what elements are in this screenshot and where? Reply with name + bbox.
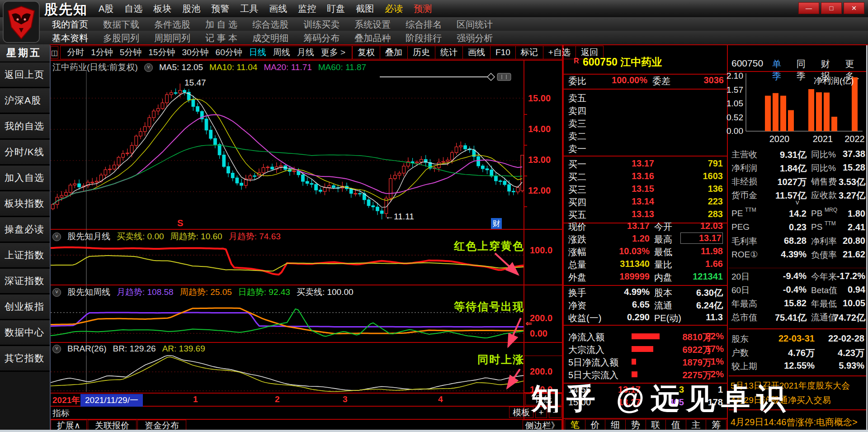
quote-tab-细[interactable]: 细	[605, 419, 626, 431]
period-tab-15分钟[interactable]: 15分钟	[148, 47, 175, 58]
ask-label-3: 卖二	[568, 130, 586, 142]
menu-item-3[interactable]: 股池	[182, 3, 200, 15]
menu-item-6[interactable]: 画线	[269, 3, 287, 15]
period-tab-更多 >[interactable]: 更多 >	[321, 47, 345, 58]
menu2-item-7[interactable]: 综合排名	[406, 19, 442, 31]
indicator-label[interactable]: 指标	[52, 408, 70, 419]
period-tab-1分钟[interactable]: 1分钟	[91, 47, 113, 58]
period-tab-日线[interactable]: 日线	[249, 47, 266, 58]
quote-tab-笔[interactable]: 笔	[565, 419, 585, 431]
maximize-button[interactable]: □	[821, 2, 842, 14]
menu2-item-0[interactable]: 我的首页	[52, 19, 88, 31]
fin-r2-0-sup1: TTM	[745, 207, 756, 213]
ma-label-3: MA60: 11.87	[318, 62, 366, 72]
menu2-item-1[interactable]: 数据下载	[103, 19, 139, 31]
quote-tab-筹[interactable]: 筹	[706, 419, 726, 431]
action-统计[interactable]: 统计	[435, 46, 463, 59]
sidebar-item-2[interactable]: 我的自选	[0, 114, 50, 140]
menu-item-10[interactable]: 必读	[385, 3, 403, 15]
collapse-chevron-icon[interactable]: ˅	[52, 345, 61, 353]
collapse-chevron-icon[interactable]: ˅	[52, 288, 61, 297]
sidebar-item-1[interactable]: 沪深A股	[0, 88, 50, 114]
sidebar-item-10[interactable]: 数据中心	[0, 320, 50, 346]
menu-item-0[interactable]: A股	[99, 3, 113, 15]
sidebar-item-11[interactable]: 其它指数	[0, 346, 50, 372]
annotation-red-cross-yellow: 红色上穿黄色	[425, 239, 524, 253]
sidebar-item-6[interactable]: 操盘必读	[0, 217, 50, 243]
period-tab-5分钟[interactable]: 5分钟	[120, 47, 142, 58]
taskbar-edge	[0, 430, 868, 432]
collapse-chevron-icon[interactable]: ˅	[52, 233, 61, 241]
sidebar-item-4[interactable]: 加入自选	[0, 166, 50, 191]
sidebar-item-8[interactable]: 深证指数	[0, 269, 50, 294]
menu3-item-1[interactable]: 多股同列	[103, 32, 139, 44]
ma-label-1: MA10: 11.04	[209, 62, 257, 72]
sidebar-item-0[interactable]: 返回上页	[0, 62, 50, 88]
finance-news-badge[interactable]: 财	[491, 218, 502, 229]
menu3-item-0[interactable]: 基本资料	[52, 32, 88, 44]
menu-item-9[interactable]: 截图	[356, 3, 374, 15]
action-叠加[interactable]: 叠加	[380, 46, 408, 59]
menu2-item-2[interactable]: 条件选股	[154, 19, 190, 31]
menu3-item-2[interactable]: 周期同列	[154, 32, 190, 44]
action-+自选[interactable]: +自选	[543, 46, 576, 59]
menu3-item-8[interactable]: 强弱分析	[457, 32, 493, 44]
bid-volume-4: 283	[668, 209, 723, 219]
quote-tab-主[interactable]: 主	[686, 419, 707, 431]
sidebar-item-7[interactable]: 上证指数	[0, 243, 50, 269]
bar-ytick-1.05: 1.05	[725, 99, 743, 109]
menu2-item-4[interactable]: 综合选股	[252, 19, 288, 31]
quote-tab-值[interactable]: 值	[666, 419, 686, 431]
menu-item-1[interactable]: 自选	[124, 3, 142, 15]
menu2-item-8[interactable]: 区间统计	[457, 19, 493, 31]
menu3-item-7[interactable]: 阶段排行	[406, 32, 442, 44]
action-画线[interactable]: 画线	[463, 46, 491, 59]
minimize-button[interactable]: —	[798, 2, 819, 14]
divider-line	[866, 45, 868, 430]
menu-item-8[interactable]: 盯盘	[327, 3, 345, 15]
action-标记[interactable]: 标记	[516, 46, 543, 59]
sidebar-item-3[interactable]: 分时/K线	[0, 140, 50, 166]
divider-line	[51, 393, 562, 394]
finance-code: 600750	[731, 58, 763, 69]
bid-volume-3: 223	[668, 196, 723, 207]
period-tab-60分钟[interactable]: 60分钟	[216, 47, 242, 58]
menu2-item-6[interactable]: 系统设置	[354, 19, 391, 31]
quote-tab-价[interactable]: 价	[585, 419, 606, 431]
xaxis-selected-date[interactable]: 2021/11/29/一	[80, 394, 143, 407]
p3-header-seg-3: 日趋势: 92.43	[238, 286, 290, 298]
menu3-item-6[interactable]: 叠加品种	[354, 32, 391, 44]
menu3-item-3[interactable]: 记 事 本	[205, 32, 237, 44]
bar-ytick-2.10: 2.10	[725, 71, 743, 81]
menu-item-7[interactable]: 监控	[298, 3, 316, 15]
menu2-item-5[interactable]: 训练买卖	[303, 19, 340, 31]
action-复权[interactable]: 复权	[352, 46, 380, 59]
period-tab-30分钟[interactable]: 30分钟	[182, 47, 208, 58]
sidebar-item-5[interactable]: 板块指数	[0, 191, 50, 217]
menu-item-5[interactable]: 工具	[240, 3, 258, 15]
close-button[interactable]: ✕	[844, 2, 864, 14]
quote-tab-势[interactable]: 势	[626, 419, 646, 431]
split-screen-icon[interactable]: ◫	[51, 46, 58, 59]
menu-item-11[interactable]: 预测	[414, 3, 432, 15]
menu3-item-5[interactable]: 筹码分布	[303, 32, 340, 44]
menu3-item-4[interactable]: 成交明细	[252, 32, 288, 44]
fund-pct-1: 17%	[702, 344, 724, 354]
sidebar-item-9[interactable]: 创业板指	[0, 294, 50, 320]
action-F10[interactable]: F10	[491, 46, 516, 59]
period-tab-周线[interactable]: 周线	[273, 47, 290, 58]
finance-tab-0[interactable]: 单季	[772, 58, 789, 82]
info-v1-1: 1.20	[601, 233, 650, 244]
action-历史[interactable]: 历史	[408, 46, 435, 59]
period-tab-分时[interactable]: 分时	[67, 47, 84, 58]
period-tab-月线[interactable]: 月线	[297, 47, 314, 58]
menu-item-4[interactable]: 预警	[211, 3, 229, 15]
template-button[interactable]: 模板	[509, 407, 533, 418]
collapse-arrow[interactable]: v	[796, 198, 799, 206]
finance-tab-1[interactable]: 同季	[797, 58, 814, 82]
menu2-item-3[interactable]: 加 自 选	[205, 19, 237, 31]
quote-tab-联[interactable]: 联	[646, 419, 666, 431]
collapse-chevron-icon[interactable]: ˅	[144, 63, 153, 72]
xaxis-year-label: 2021年	[52, 394, 80, 406]
menu-item-2[interactable]: 板块	[153, 3, 171, 15]
